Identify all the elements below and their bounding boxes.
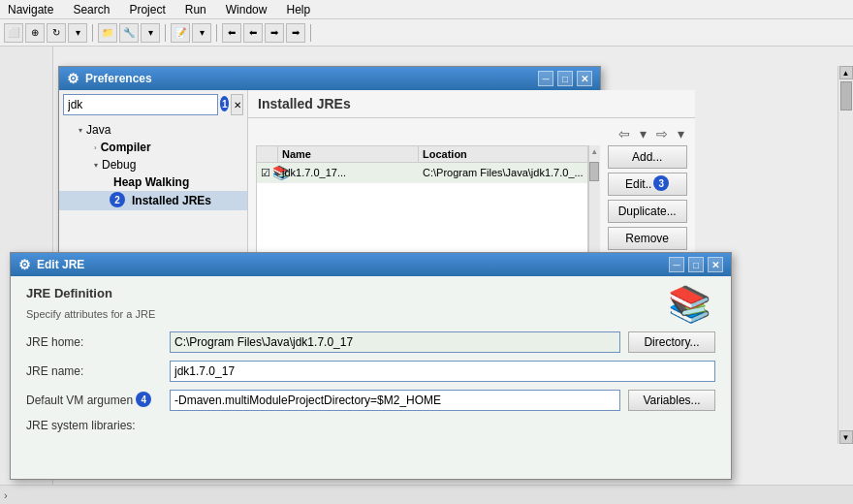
toolbar-btn-10[interactable]: ⬅ <box>222 23 241 43</box>
preferences-title: Preferences <box>85 72 152 85</box>
menu-project[interactable]: Project <box>125 2 169 17</box>
badge-3: 3 <box>653 175 669 191</box>
close-button[interactable]: ✕ <box>577 71 592 86</box>
menu-window[interactable]: Window <box>222 2 271 17</box>
edit-jre-body: 📚 JRE Definition Specify attributes for … <box>11 276 731 444</box>
toolbar-btn-12[interactable]: ➡ <box>265 23 284 43</box>
toolbar-btn-9[interactable]: ▾ <box>192 23 211 43</box>
preferences-titlebar: ⚙ Preferences ─ □ ✕ <box>59 67 600 90</box>
edit-btn-label: Edit.. <box>625 177 651 191</box>
jre-home-input[interactable] <box>170 331 620 353</box>
edit-maximize-btn[interactable]: □ <box>688 257 704 272</box>
nav-forward-dropdown-btn[interactable]: ▾ <box>675 126 687 142</box>
scroll-up-arrow[interactable]: ▲ <box>590 145 598 158</box>
system-libs-label: JRE system libraries: <box>26 419 162 432</box>
toolbar-sep-4 <box>310 24 311 42</box>
tree-arrow-debug: ▾ <box>94 161 98 170</box>
toolbar-btn-3[interactable]: ↻ <box>47 23 66 43</box>
jre-nav-toolbar: ⇦ ▾ ⇨ ▾ <box>256 126 687 142</box>
edit-button[interactable]: Edit.. 3 <box>608 173 687 196</box>
nav-dropdown-btn[interactable]: ▾ <box>637 126 649 142</box>
add-button[interactable]: Add... <box>608 145 687 169</box>
jre-col-name-header: Name <box>278 146 419 162</box>
tree-label-java: Java <box>86 123 111 137</box>
form-row-jre-name: JRE name: <box>26 361 715 382</box>
form-row-vm-args: Default VM argumen 4 Variables... <box>26 390 715 411</box>
tree-installed-jres[interactable]: 2 Installed JREs <box>59 191 247 210</box>
table-row[interactable]: ☑ 📚 jdk1.7.0_17... C:\Program Files\Java… <box>257 163 587 183</box>
jre-name-input[interactable] <box>170 361 715 382</box>
tree-label-heap: Heap Walking <box>113 175 189 189</box>
title-controls: ─ □ ✕ <box>538 71 592 86</box>
rs-up-arrow[interactable]: ▲ <box>839 66 853 79</box>
minimize-button[interactable]: ─ <box>538 71 553 86</box>
menu-navigate[interactable]: Navigate <box>4 2 57 17</box>
toolbar: ⬜ ⊕ ↻ ▾ 📁 🔧 ▾ 📝 ▾ ⬅ ⬅ ➡ ➡ <box>0 19 853 47</box>
rs-thumb[interactable] <box>840 81 852 110</box>
ide-bottom-bar: › <box>0 485 853 504</box>
tree-arrow-compiler: › <box>94 143 97 152</box>
toolbar-sep-1 <box>92 24 93 42</box>
tree-compiler[interactable]: › Compiler <box>59 139 247 156</box>
toolbar-btn-5[interactable]: 📁 <box>98 23 117 43</box>
toolbar-btn-1[interactable]: ⬜ <box>4 23 23 43</box>
maximize-button[interactable]: □ <box>557 71 573 86</box>
menu-run[interactable]: Run <box>181 2 210 17</box>
nav-back-btn[interactable]: ⇦ <box>616 126 633 142</box>
jre-home-label: JRE home: <box>26 335 162 349</box>
tree-java[interactable]: ▾ Java <box>59 121 247 139</box>
checkbox-checked-icon: ☑ <box>261 167 270 179</box>
vm-args-label: Default VM argumen 4 <box>26 393 162 408</box>
toolbar-btn-7[interactable]: ▾ <box>141 23 160 43</box>
badge-1: 1 <box>220 96 229 111</box>
toolbar-sep-3 <box>216 24 217 42</box>
pref-search-box: 1 ✕ <box>59 90 247 119</box>
form-row-jre-home: JRE home: Directory... <box>26 331 715 353</box>
edit-jre-titlebar: ⚙ Edit JRE ─ □ ✕ <box>11 253 731 276</box>
edit-jre-icon: ⚙ <box>18 257 31 272</box>
toolbar-btn-11[interactable]: ⬅ <box>243 23 263 43</box>
tree-label-compiler: Compiler <box>101 141 151 154</box>
edit-jre-dialog: ⚙ Edit JRE ─ □ ✕ 📚 JRE Definition Specif… <box>10 252 732 480</box>
rs-track <box>838 79 853 430</box>
right-scrollbar[interactable]: ▲ ▼ <box>837 66 853 444</box>
installed-jres-header: Installed JREs <box>248 90 695 118</box>
toolbar-btn-13[interactable]: ➡ <box>286 23 305 43</box>
status-text: › <box>4 489 8 501</box>
edit-title-controls: ─ □ ✕ <box>669 257 723 272</box>
menu-search[interactable]: Search <box>69 2 113 17</box>
tree-heap-walking[interactable]: Heap Walking <box>59 173 247 191</box>
tree-debug[interactable]: ▾ Debug <box>59 156 247 173</box>
scroll-thumb[interactable] <box>589 162 599 181</box>
nav-forward-btn[interactable]: ⇨ <box>653 126 671 142</box>
pref-search-clear-btn[interactable]: ✕ <box>231 94 243 115</box>
jre-table-header: Name Location <box>257 146 587 163</box>
pref-search-input[interactable] <box>63 94 218 115</box>
preferences-icon: ⚙ <box>67 71 79 86</box>
variables-button[interactable]: Variables... <box>628 390 715 411</box>
form-row-system-libs: JRE system libraries: <box>26 419 715 432</box>
directory-button[interactable]: Directory... <box>628 331 715 353</box>
jre-cell-check[interactable]: ☑ 📚 <box>257 163 278 182</box>
toolbar-btn-8[interactable]: 📝 <box>171 23 190 43</box>
edit-section-title: JRE Definition <box>26 286 715 300</box>
remove-button[interactable]: Remove <box>608 227 687 250</box>
edit-subtitle: Specify attributes for a JRE <box>26 308 715 320</box>
toolbar-btn-4[interactable]: ▾ <box>68 23 87 43</box>
rs-down-arrow[interactable]: ▼ <box>839 430 853 444</box>
vm-args-input[interactable] <box>170 390 620 411</box>
jre-col-loc-header: Location <box>419 146 587 162</box>
tree-label-debug: Debug <box>102 158 136 172</box>
book-icon: 📚 <box>668 284 711 325</box>
menu-bar: Navigate Search Project Run Window Help <box>0 0 853 19</box>
toolbar-btn-6[interactable]: 🔧 <box>119 23 139 43</box>
tree-arrow-java: ▾ <box>79 126 82 135</box>
duplicate-button[interactable]: Duplicate... <box>608 200 687 223</box>
jre-cell-name: jdk1.7.0_17... <box>278 165 419 180</box>
badge-4: 4 <box>136 392 151 407</box>
toolbar-btn-2[interactable]: ⊕ <box>25 23 45 43</box>
edit-close-btn[interactable]: ✕ <box>708 257 723 272</box>
menu-help[interactable]: Help <box>282 2 314 17</box>
edit-jre-title: Edit JRE <box>37 258 84 271</box>
edit-minimize-btn[interactable]: ─ <box>669 257 684 272</box>
